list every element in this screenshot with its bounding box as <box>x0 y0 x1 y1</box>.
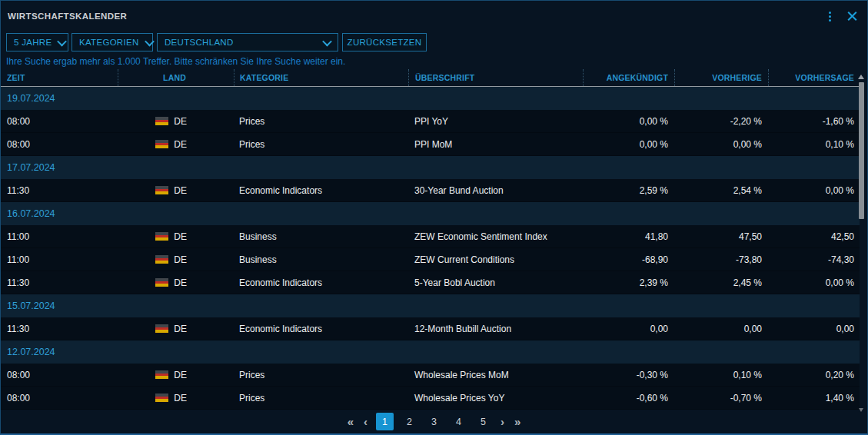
event-forecast-value: 42,50 <box>768 225 860 247</box>
calendar-event-row[interactable]: 11:30DEEconomic Indicators12-Month Bubil… <box>1 317 860 340</box>
calendar-event-row[interactable]: 08:00DEPricesPPI YoY0,00 %-2,20 %-1,60 % <box>1 110 860 133</box>
event-forecast-value: -1,60 % <box>768 110 860 132</box>
calendar-event-row[interactable]: 11:00DEBusinessZEW Current Conditions-68… <box>1 248 860 271</box>
event-headline: Wholesale Prices MoM <box>408 364 583 386</box>
event-previous-value: -73,80 <box>674 248 768 271</box>
country-code: DE <box>174 277 187 288</box>
event-headline: 5-Year Bobl Auction <box>408 271 583 294</box>
event-time: 11:30 <box>1 179 118 201</box>
event-category: Business <box>234 248 408 271</box>
germany-flag-icon <box>155 278 168 287</box>
chevron-down-icon <box>58 36 68 46</box>
next-page-button[interactable]: › <box>499 416 506 427</box>
germany-flag-icon <box>155 370 168 379</box>
event-time: 11:00 <box>1 225 118 247</box>
country-dropdown[interactable]: DEUTSCHLAND <box>157 33 338 51</box>
event-country: DE <box>118 271 234 294</box>
previous-page-button[interactable]: ‹ <box>362 416 369 427</box>
kebab-menu-icon[interactable] <box>827 10 833 23</box>
event-headline: PPI YoY <box>408 110 583 132</box>
calendar-event-row[interactable]: 08:00DEPricesWholesale Prices YoY-0,60 %… <box>1 387 860 410</box>
table-body: 19.07.202408:00DEPricesPPI YoY0,00 %-2,2… <box>1 87 867 410</box>
event-category: Prices <box>234 110 408 132</box>
germany-flag-icon <box>155 186 168 194</box>
column-header-time[interactable]: ZEIT <box>1 69 118 86</box>
last-page-button[interactable]: » <box>513 416 522 427</box>
period-dropdown[interactable]: 5 JAHRE <box>6 33 68 51</box>
first-page-button[interactable]: « <box>346 416 355 427</box>
event-category: Prices <box>234 364 408 386</box>
close-icon[interactable] <box>846 11 858 22</box>
page-button-2[interactable]: 2 <box>401 413 418 430</box>
event-announced-value: 2,39 % <box>583 271 674 294</box>
date-group-row: 12.07.2024 <box>1 340 860 364</box>
event-forecast-value: 0,10 % <box>768 133 860 155</box>
event-previous-value: 0,10 % <box>674 364 768 386</box>
vertical-scrollbar[interactable] <box>858 73 865 412</box>
event-time: 11:30 <box>1 271 118 294</box>
page-button-5[interactable]: 5 <box>474 413 492 430</box>
calendar-event-row[interactable]: 11:00DEBusinessZEW Economic Sentiment In… <box>1 225 860 248</box>
event-announced-value: -0,60 % <box>583 387 674 409</box>
event-forecast-value: 0,20 % <box>768 364 860 386</box>
economic-calendar-widget: WIRTSCHAFTSKALENDER 5 JAHRE KATEGORIEN D… <box>0 0 868 435</box>
event-headline: 12-Month Bubill Auction <box>408 317 583 340</box>
chevron-down-icon <box>145 36 155 46</box>
event-category: Prices <box>234 387 408 409</box>
column-header-category[interactable]: KATEGORIE <box>234 69 408 86</box>
event-previous-value: 0,00 <box>674 317 768 340</box>
event-time: 08:00 <box>1 133 118 155</box>
column-header-previous[interactable]: VORHERIGE <box>674 69 768 86</box>
event-forecast-value: 1,40 % <box>768 387 860 409</box>
title-bar: WIRTSCHAFTSKALENDER <box>1 1 867 32</box>
event-country: DE <box>118 317 234 340</box>
calendar-event-row[interactable]: 08:00DEPricesPPI MoM0,00 %0,00 %0,10 % <box>1 133 860 156</box>
country-code: DE <box>174 254 187 265</box>
search-result-notice: Ihre Suche ergab mehr als 1.000 Treffer.… <box>1 53 867 69</box>
chevron-down-icon <box>322 36 332 46</box>
calendar-event-row[interactable]: 11:30DEEconomic Indicators5-Year Bobl Au… <box>1 271 860 294</box>
page-button-1[interactable]: 1 <box>376 413 394 430</box>
germany-flag-icon <box>155 255 168 264</box>
event-announced-value: -0,30 % <box>583 364 674 386</box>
page-button-3[interactable]: 3 <box>425 413 443 430</box>
event-time: 08:00 <box>1 364 118 386</box>
event-category: Economic Indicators <box>234 179 408 201</box>
calendar-event-row[interactable]: 08:00DEPricesWholesale Prices MoM-0,30 %… <box>1 364 860 387</box>
event-country: DE <box>118 364 234 386</box>
date-group-row: 15.07.2024 <box>1 294 860 317</box>
date-group-row: 16.07.2024 <box>1 202 860 225</box>
reset-button[interactable]: ZURÜCKSETZEN <box>342 33 427 51</box>
scrollbar-thumb[interactable] <box>859 82 864 219</box>
event-country: DE <box>118 225 234 247</box>
event-previous-value: -2,20 % <box>674 110 768 132</box>
event-announced-value: 0,00 <box>583 317 674 340</box>
event-announced-value: 2,59 % <box>583 179 674 201</box>
date-group-row: 19.07.2024 <box>1 87 860 110</box>
event-category: Economic Indicators <box>234 271 408 294</box>
page-button-4[interactable]: 4 <box>450 413 467 430</box>
event-country: DE <box>118 387 234 409</box>
germany-flag-icon <box>155 232 168 241</box>
event-country: DE <box>118 133 234 155</box>
scroll-down-arrow-icon[interactable] <box>859 408 863 412</box>
calendar-event-row[interactable]: 11:30DEEconomic Indicators30-Year Bund A… <box>1 179 860 202</box>
country-code: DE <box>174 370 187 380</box>
event-previous-value: 2,45 % <box>674 271 768 294</box>
event-forecast-value: 0,00 % <box>768 179 860 201</box>
filter-bar: 5 JAHRE KATEGORIEN DEUTSCHLAND ZURÜCKSET… <box>1 32 867 53</box>
scroll-up-arrow-icon[interactable] <box>858 75 864 79</box>
event-country: DE <box>118 110 234 132</box>
event-category: Economic Indicators <box>234 317 408 340</box>
event-previous-value: 0,00 % <box>674 133 768 155</box>
categories-dropdown[interactable]: KATEGORIEN <box>72 33 153 51</box>
event-previous-value: 2,54 % <box>674 179 768 201</box>
column-header-country[interactable]: LAND <box>118 69 234 86</box>
column-header-forecast[interactable]: VORHERSAGE <box>768 69 860 86</box>
event-headline: PPI MoM <box>408 133 583 155</box>
table-header: ZEIT LAND KATEGORIE ÜBERSCHRIFT ANGEKÜND… <box>1 69 860 87</box>
column-header-headline[interactable]: ÜBERSCHRIFT <box>408 69 583 86</box>
country-code: DE <box>174 139 187 150</box>
column-header-announced[interactable]: ANGEKÜNDIGT <box>583 69 674 86</box>
germany-flag-icon <box>155 117 168 125</box>
